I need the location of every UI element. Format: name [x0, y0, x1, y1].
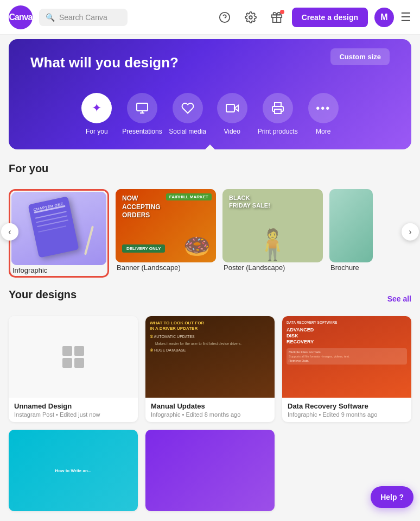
video-icon: [217, 93, 247, 123]
search-placeholder-text: Search Canva: [59, 13, 107, 22]
infographic-label: Infographic: [11, 266, 47, 274]
help-button[interactable]: Help ?: [371, 486, 413, 508]
recovery-design-name: Data Recovery Software: [288, 402, 406, 410]
cat-more[interactable]: ••• More: [304, 93, 342, 135]
social-media-icon: [173, 93, 203, 123]
recovery-design-info: Data Recovery Software Infographic • Edi…: [282, 398, 411, 422]
cat-presentations-label: Presentations: [122, 128, 162, 135]
poster-landscape-label: Poster (Landscape): [222, 263, 285, 272]
cat-print-products-label: Print products: [258, 128, 298, 135]
prev-arrow[interactable]: ‹: [1, 223, 18, 240]
for-you-title: For you: [9, 162, 411, 175]
unnamed-design-name: Unnamed Design: [14, 402, 132, 410]
unnamed-design-thumbnail: [9, 316, 138, 398]
hamburger-menu-icon[interactable]: ☰: [400, 10, 411, 24]
cat-video-label: Video: [224, 128, 240, 135]
canva-logo[interactable]: Canva: [9, 5, 33, 29]
cards-list: CHAPTER ONE Infographic NOWACCEPTINGORDE…: [0, 187, 420, 280]
cat-for-you[interactable]: ✦ For you: [78, 93, 116, 135]
cat-print-products[interactable]: Print products: [258, 93, 298, 135]
designs-grid: Unnamed Design Instagram Post • Edited j…: [9, 316, 411, 422]
banner-thumbnail: NOWACCEPTINGORDERS DELIVERY ONLY FAIRHIL…: [116, 189, 216, 262]
cat-for-you-label: For you: [86, 128, 108, 135]
help-button-label: Help ?: [380, 493, 404, 501]
template-card-row: ‹ CHAPTER ONE: [0, 187, 420, 280]
for-you-section: For you: [0, 154, 420, 187]
unnamed-design-info: Unnamed Design Instagram Post • Edited j…: [9, 398, 138, 422]
next-arrow[interactable]: ›: [402, 223, 419, 240]
manual-design-name: Manual Updates: [151, 402, 269, 410]
design-card-extra2[interactable]: [145, 430, 275, 511]
design-card-manual[interactable]: WHAT TO LOOK OUT FORIN A DRIVER UPDATER …: [145, 316, 275, 422]
recovery-design-thumbnail: DATA RECOVERY SOFTWARE ADVANCEDDISKRECOV…: [282, 316, 411, 398]
presentations-icon: [127, 93, 157, 123]
poster-thumbnail: BLACKFRIDAY SALE! 🧍: [222, 189, 323, 262]
print-products-icon: [263, 93, 293, 123]
cat-presentations[interactable]: Presentations: [122, 93, 162, 135]
designs-row2: How to Write an...: [9, 430, 411, 511]
extra1-thumbnail: How to Write an...: [9, 430, 138, 511]
infographic-thumbnail: CHAPTER ONE: [11, 192, 106, 265]
header-icons: [216, 9, 285, 26]
logo-text: Canva: [9, 12, 32, 22]
cat-video[interactable]: Video: [213, 93, 251, 135]
notification-dot: [280, 10, 284, 14]
svg-point-2: [249, 16, 252, 19]
header: Canva 🔍 Search Canva Create a design M ☰: [0, 0, 420, 35]
settings-icon[interactable]: [242, 9, 259, 26]
cat-social-media[interactable]: Social media: [169, 93, 207, 135]
svg-rect-10: [275, 109, 281, 114]
your-designs-section: Your designs See all Unnamed Design Inst…: [0, 280, 420, 520]
search-icon: 🔍: [46, 13, 55, 22]
cat-social-media-label: Social media: [169, 128, 206, 135]
banner-thumb-visual: NOWACCEPTINGORDERS DELIVERY ONLY FAIRHIL…: [116, 189, 216, 262]
gift-icon[interactable]: [268, 9, 285, 26]
more-icon: •••: [308, 93, 339, 123]
svg-rect-5: [137, 103, 148, 111]
manual-design-thumbnail: WHAT TO LOOK OUT FORIN A DRIVER UPDATER …: [145, 316, 275, 398]
cat-more-label: More: [316, 128, 330, 135]
create-design-button[interactable]: Create a design: [292, 8, 368, 27]
search-bar[interactable]: 🔍 Search Canva: [39, 9, 128, 26]
for-you-icon: ✦: [81, 93, 112, 123]
design-card-recovery[interactable]: DATA RECOVERY SOFTWARE ADVANCEDDISKRECOV…: [282, 316, 411, 422]
manual-design-meta: Infographic • Edited 8 months ago: [151, 411, 269, 418]
hero-categories: ✦ For you Presentations Social media Vid…: [30, 93, 390, 144]
brochure-label: Brochure: [329, 263, 359, 272]
card-brochure[interactable]: Brochure: [329, 189, 373, 278]
custom-size-button[interactable]: Custom size: [330, 48, 390, 65]
unnamed-design-meta: Instagram Post • Edited just now: [14, 411, 132, 418]
card-poster-landscape[interactable]: BLACKFRIDAY SALE! 🧍 Poster (Landscape): [222, 189, 323, 278]
brochure-thumbnail: [329, 189, 373, 262]
your-designs-title: Your designs: [9, 288, 77, 301]
hero-active-indicator: [205, 145, 215, 149]
see-all-link[interactable]: See all: [387, 294, 411, 303]
design-card-unnamed[interactable]: Unnamed Design Instagram Post • Edited j…: [9, 316, 138, 422]
hero-section: What will you design? Custom size ✦ For …: [9, 39, 411, 149]
recovery-design-meta: Infographic • Edited 9 months ago: [288, 411, 406, 418]
card-banner-landscape[interactable]: NOWACCEPTINGORDERS DELIVERY ONLY FAIRHIL…: [116, 189, 216, 278]
infographic-thumb-visual: CHAPTER ONE: [11, 192, 106, 265]
grid-icon: [62, 346, 84, 368]
help-icon[interactable]: [216, 9, 233, 26]
avatar[interactable]: M: [374, 8, 394, 27]
svg-rect-9: [226, 104, 234, 112]
hero-title: What will you design?: [30, 54, 179, 71]
design-card-extra1[interactable]: How to Write an...: [9, 430, 138, 511]
banner-landscape-label: Banner (Landscape): [116, 263, 181, 272]
card-infographic[interactable]: CHAPTER ONE Infographic: [9, 189, 109, 278]
manual-design-info: Manual Updates Infographic • Edited 8 mo…: [145, 398, 275, 422]
extra2-thumbnail: [145, 430, 275, 511]
designs-section-header: Your designs See all: [9, 288, 411, 309]
svg-marker-8: [234, 105, 238, 111]
